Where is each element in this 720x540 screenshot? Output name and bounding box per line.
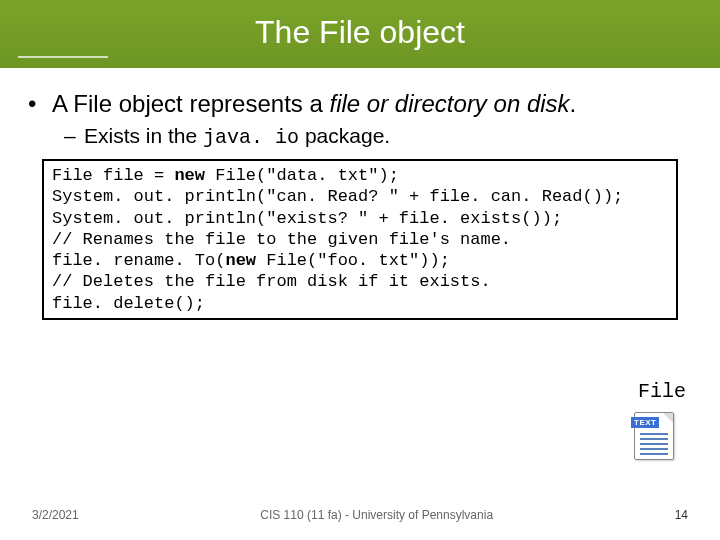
title-bar: The File object — [0, 0, 720, 68]
slide-title: The File object — [0, 0, 720, 64]
bullet-dash-icon: – — [64, 124, 84, 149]
title-separator — [18, 56, 108, 58]
bullet-text: A File object represents a file or direc… — [52, 90, 576, 118]
footer-page-number: 14 — [675, 508, 688, 522]
bullet-text: Exists in the java. io package. — [84, 124, 390, 149]
icon-banner: TEXT — [631, 417, 659, 428]
bullet-dot-icon: • — [28, 90, 52, 118]
bullet-level-1: • A File object represents a file or dir… — [28, 90, 692, 118]
footer-date: 3/2/2021 — [32, 508, 79, 522]
footer-center: CIS 110 (11 fa) - University of Pennsylv… — [79, 508, 675, 522]
code-block: File file = new File("data. txt"); Syste… — [42, 159, 678, 320]
footer: 3/2/2021 CIS 110 (11 fa) - University of… — [0, 508, 720, 522]
content-area: • A File object represents a file or dir… — [0, 68, 720, 320]
file-label: File — [638, 380, 686, 403]
bullet-level-2: – Exists in the java. io package. — [64, 124, 692, 149]
text-file-icon: TEXT — [634, 412, 678, 462]
